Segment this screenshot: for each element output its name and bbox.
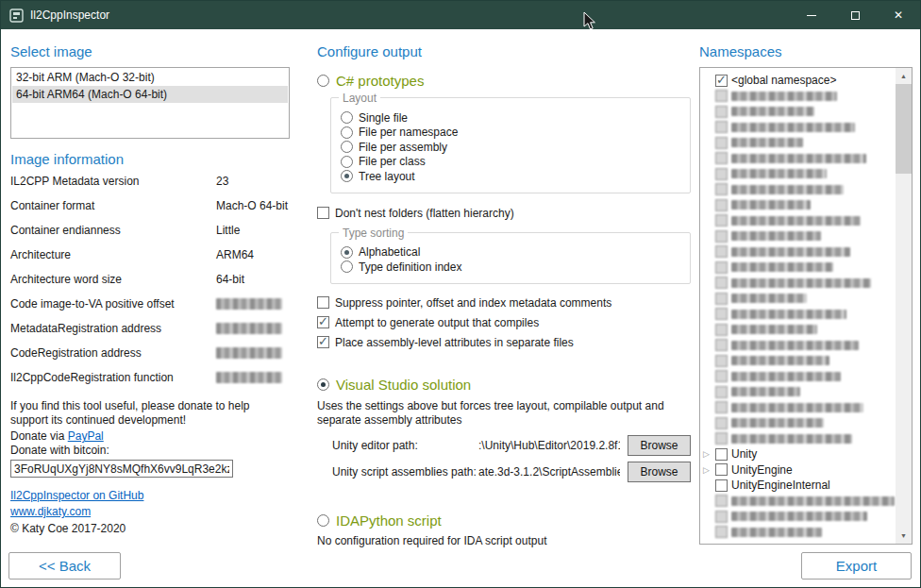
visual-studio-solution-radio[interactable] — [317, 378, 329, 391]
sort-option-type-definition-index[interactable]: Type definition index — [341, 260, 680, 275]
layout-option-tree-layout[interactable]: Tree layout — [341, 169, 680, 184]
namespace-item-redacted[interactable] — [702, 509, 895, 525]
namespace-item-redacted[interactable] — [702, 291, 895, 307]
namespace-item-redacted[interactable] — [702, 525, 895, 541]
type-definition-index-radio[interactable] — [341, 260, 353, 273]
namespace-item-redacted[interactable] — [702, 415, 895, 431]
scroll-up-icon[interactable]: ▲ — [896, 68, 912, 84]
layout-option-file-per-assembly[interactable]: File per assembly — [341, 140, 680, 155]
namespace-checkbox[interactable] — [715, 386, 728, 398]
flatten-hierarchy-checkbox[interactable] — [317, 207, 329, 219]
namespace-checkbox[interactable] — [715, 479, 728, 492]
namespace-checkbox[interactable] — [715, 293, 728, 305]
namespace-item-redacted[interactable] — [702, 104, 895, 120]
separate-attributes-option[interactable]: Place assembly-level attributes in separ… — [317, 335, 693, 350]
namespace-item[interactable]: UnityEngineInternal — [702, 478, 895, 494]
namespace-checkbox[interactable] — [715, 199, 728, 211]
namespace-checkbox[interactable] — [715, 245, 728, 258]
namespace-checkbox[interactable] — [715, 339, 728, 351]
file-per-namespace-radio[interactable] — [341, 126, 353, 139]
namespace-item-redacted[interactable] — [702, 120, 895, 136]
namespace-checkbox[interactable] — [715, 106, 728, 118]
namespace-item-redacted[interactable] — [702, 276, 895, 292]
website-link[interactable]: www.djkaty.com — [10, 505, 91, 519]
suppress-comments-checkbox[interactable] — [317, 296, 329, 309]
output-compiles-checkbox[interactable] — [317, 316, 329, 328]
namespace-item-redacted[interactable] — [702, 89, 895, 105]
namespace-checkbox[interactable] — [715, 432, 728, 445]
scrollbar[interactable]: ▲ ▼ — [896, 68, 912, 544]
namespace-item[interactable]: ▷UnityEngine — [702, 462, 895, 479]
suppress-comments-option[interactable]: Suppress pointer, offset and index metad… — [317, 295, 693, 311]
output-compiles-option[interactable]: Attempt to generate output that compiles — [317, 315, 693, 330]
namespace-checkbox[interactable] — [715, 90, 728, 102]
expander-icon[interactable]: ▷ — [703, 448, 710, 460]
github-link[interactable]: Il2CppInspector on GitHub — [10, 489, 143, 503]
namespace-checkbox[interactable] — [715, 401, 728, 413]
namespace-checkbox[interactable] — [715, 495, 728, 507]
namespace-item[interactable]: <global namespace> — [702, 73, 895, 89]
browse-script-assemblies-button[interactable]: Browse — [628, 462, 691, 482]
namespace-checkbox[interactable] — [715, 526, 728, 538]
namespace-checkbox[interactable] — [715, 183, 728, 195]
sort-option-alphabetical[interactable]: Alphabetical — [341, 245, 680, 260]
namespace-checkbox[interactable] — [715, 137, 728, 149]
namespace-checkbox[interactable] — [715, 214, 728, 227]
namespace-checkbox[interactable] — [715, 308, 728, 320]
namespace-item-redacted[interactable] — [702, 166, 895, 182]
namespaces-treeview[interactable]: <global namespace>▷Unity▷UnityEngineUnit… — [699, 67, 913, 545]
close-button[interactable]: ✕ — [877, 1, 920, 29]
image-list-item[interactable]: 32-bit ARM (Mach-O 32-bit) — [12, 69, 288, 86]
namespace-checkbox[interactable] — [715, 261, 728, 274]
idapython-script-radio[interactable] — [317, 514, 329, 527]
scroll-down-icon[interactable]: ▼ — [896, 528, 912, 544]
namespace-item-redacted[interactable] — [702, 384, 895, 400]
layout-option-file-per-class[interactable]: File per class — [341, 155, 680, 170]
namespace-checkbox[interactable] — [715, 417, 728, 429]
image-list-item[interactable]: 64-bit ARM64 (Mach-O 64-bit) — [12, 86, 288, 103]
namespace-item-redacted[interactable] — [702, 260, 895, 276]
namespace-item-redacted[interactable] — [702, 369, 895, 385]
namespace-item-redacted[interactable] — [702, 307, 895, 323]
paypal-link[interactable]: PayPal — [68, 429, 104, 443]
expander-icon[interactable]: ▷ — [703, 464, 710, 476]
namespace-item-redacted[interactable] — [702, 244, 895, 260]
tree-layout-radio[interactable] — [341, 170, 353, 182]
idapython-script-option[interactable]: IDAPython script — [317, 512, 693, 529]
csharp-prototypes-option[interactable]: C# prototypes — [317, 72, 693, 89]
export-button[interactable]: Export — [801, 552, 912, 580]
alphabetical-radio[interactable] — [341, 246, 353, 259]
scrollbar-thumb[interactable] — [896, 84, 912, 174]
namespace-item-redacted[interactable] — [702, 213, 895, 229]
image-listbox[interactable]: 32-bit ARM (Mach-O 32-bit)64-bit ARM64 (… — [10, 67, 290, 139]
namespace-item-redacted[interactable] — [702, 197, 895, 213]
namespace-item-redacted[interactable] — [702, 151, 895, 167]
namespace-checkbox[interactable] — [715, 370, 728, 382]
namespace-item-redacted[interactable] — [702, 400, 895, 416]
namespace-checkbox[interactable] — [715, 277, 728, 289]
namespace-item-redacted[interactable] — [702, 494, 895, 510]
namespace-checkbox[interactable] — [715, 324, 728, 336]
visual-studio-solution-option[interactable]: Visual Studio solution — [317, 377, 693, 394]
separate-attributes-checkbox[interactable] — [317, 336, 329, 348]
namespace-item[interactable]: ▷Unity — [702, 446, 895, 462]
bitcoin-address-input[interactable] — [10, 460, 233, 478]
flatten-hierarchy-option[interactable]: Don't nest folders (flatten hierarchy) — [317, 206, 693, 221]
namespace-checkbox[interactable] — [715, 121, 728, 133]
single-file-radio[interactable] — [341, 111, 353, 124]
layout-option-file-per-namespace[interactable]: File per namespace — [341, 126, 680, 141]
layout-option-single-file[interactable]: Single file — [341, 110, 680, 126]
namespace-item-redacted[interactable] — [702, 353, 895, 369]
namespace-item-redacted[interactable] — [702, 338, 895, 354]
namespace-item-redacted[interactable] — [702, 182, 895, 198]
namespace-checkbox[interactable] — [715, 152, 728, 164]
namespace-checkbox[interactable] — [715, 168, 728, 180]
back-button[interactable]: << Back — [8, 552, 121, 580]
namespace-checkbox[interactable] — [715, 355, 728, 367]
csharp-prototypes-radio[interactable] — [317, 75, 329, 87]
file-per-assembly-radio[interactable] — [341, 141, 353, 153]
titlebar[interactable]: Il2CppInspector ✕ — [1, 1, 920, 29]
namespace-checkbox[interactable] — [715, 230, 728, 243]
file-per-class-radio[interactable] — [341, 156, 353, 168]
browse-editor-path-button[interactable]: Browse — [628, 435, 691, 456]
